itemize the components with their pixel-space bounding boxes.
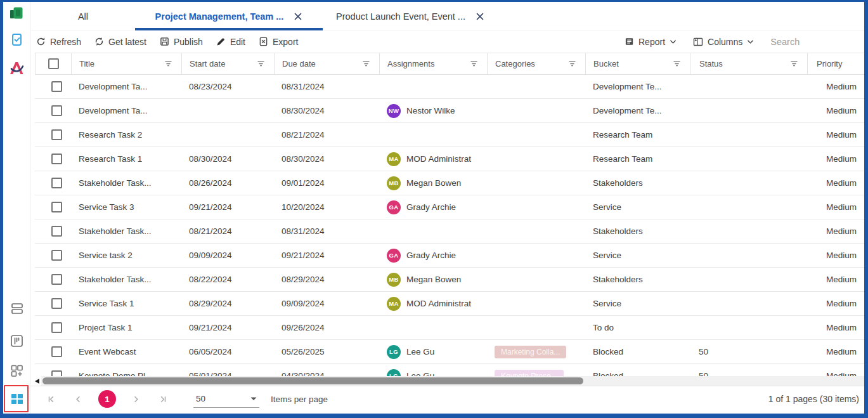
- current-page-button[interactable]: 1: [98, 390, 116, 408]
- column-header-assignments[interactable]: Assignments: [379, 53, 487, 74]
- next-page-button[interactable]: [131, 395, 141, 404]
- page-size-select[interactable]: 50: [193, 390, 259, 408]
- scroll-left-arrow-icon[interactable]: [35, 379, 39, 384]
- cell-priority: Medium: [807, 82, 864, 91]
- toolbar-button-refresh[interactable]: Refresh: [36, 37, 81, 47]
- column-header-due-date[interactable]: Due date: [274, 53, 379, 74]
- assignee-avatar: LG: [387, 345, 401, 359]
- filter-icon[interactable]: [164, 60, 172, 67]
- tab-product-launch-event-event[interactable]: Product Launch Event, Event ...: [329, 2, 491, 30]
- cell-priority: Medium: [807, 130, 864, 140]
- add-view-icon[interactable]: [3, 364, 30, 377]
- table-row[interactable]: Stakeholder Task...08/26/202409/01/2024M…: [35, 171, 864, 195]
- tab-project-management-team[interactable]: Project Management, Team ...: [135, 2, 323, 30]
- row-checkbox[interactable]: [51, 274, 62, 285]
- row-checkbox[interactable]: [51, 129, 62, 140]
- column-header-label: Status: [699, 59, 790, 69]
- tab-close-icon[interactable]: [476, 12, 484, 21]
- table-row[interactable]: Service Task 309/21/202410/20/2024GAGrad…: [35, 195, 864, 219]
- row-checkbox[interactable]: [51, 250, 62, 261]
- filter-icon[interactable]: [568, 60, 576, 67]
- toolbar-button-export[interactable]: Export: [259, 37, 298, 47]
- row-checkbox[interactable]: [51, 153, 62, 164]
- cell-priority: Medium: [807, 202, 864, 212]
- row-checkbox[interactable]: [51, 346, 62, 357]
- column-header-label: Bucket: [593, 59, 673, 69]
- row-checkbox[interactable]: [51, 298, 62, 309]
- tasks-app-icon[interactable]: [3, 33, 30, 46]
- row-checkbox-cell: [35, 226, 71, 237]
- cell-title: Research Task 2: [71, 130, 181, 140]
- row-checkbox[interactable]: [51, 370, 62, 376]
- select-all-checkbox[interactable]: [48, 58, 59, 69]
- cell-bucket: Research Team: [585, 130, 690, 140]
- toolbar-button-get-latest[interactable]: Get latest: [94, 37, 146, 47]
- filter-icon[interactable]: [362, 60, 370, 67]
- rows-view-icon[interactable]: [3, 303, 30, 315]
- table-row[interactable]: Research Task 208/21/2024Research TeamMe…: [35, 123, 864, 147]
- table-row[interactable]: Development Ta...08/30/2024NWNestor Wilk…: [35, 99, 864, 123]
- cell-bucket: Blocked: [585, 371, 690, 376]
- table-row[interactable]: Development Ta...08/23/202408/31/2024Dev…: [35, 75, 864, 99]
- page-summary: 1 of 1 pages (30 items): [768, 394, 859, 404]
- row-checkbox[interactable]: [51, 105, 62, 116]
- column-header-start-date[interactable]: Start date: [181, 53, 274, 74]
- row-checkbox[interactable]: [51, 81, 62, 92]
- table-row[interactable]: Keynote Demo Pl...05/01/202404/30/2024LG…: [35, 364, 864, 376]
- table-row[interactable]: Service task 209/09/202409/21/2024GAGrad…: [35, 244, 864, 268]
- table-row[interactable]: Project Task 109/21/202409/26/2024To doM…: [35, 316, 864, 340]
- column-header-categories[interactable]: Categories: [487, 53, 585, 74]
- table-row[interactable]: Stakeholder Task...08/22/202408/29/2024M…: [35, 268, 864, 292]
- cell-title: Keynote Demo Pl...: [71, 371, 181, 376]
- cell-bucket: To do: [585, 323, 690, 332]
- row-checkbox[interactable]: [51, 178, 62, 188]
- grid-body: Development Ta...08/23/202408/31/2024Dev…: [35, 75, 864, 376]
- filter-icon[interactable]: [470, 60, 478, 67]
- toolbar-left-group: RefreshGet latestPublishEditExport: [36, 30, 298, 53]
- planner-logo[interactable]: [3, 6, 30, 21]
- column-header-priority[interactable]: Priority: [807, 53, 864, 74]
- cell-categories: Keynote Prese...: [487, 370, 585, 377]
- row-checkbox[interactable]: [51, 202, 62, 212]
- cell-bucket: Stakeholders: [585, 178, 690, 188]
- row-checkbox[interactable]: [51, 226, 62, 237]
- column-header-bucket[interactable]: Bucket: [585, 53, 690, 74]
- table-row[interactable]: Service Task 108/29/202409/09/2024MAMOD …: [35, 292, 864, 316]
- table-row[interactable]: Event Webcast06/05/202405/26/2025LGLee G…: [35, 340, 864, 364]
- apps4pro-logo[interactable]: [3, 60, 30, 76]
- cell-due-date: 08/30/2024: [274, 106, 379, 115]
- filter-icon[interactable]: [257, 60, 265, 67]
- cell-status: 50: [690, 347, 807, 356]
- cell-start-date: 08/23/2024: [181, 82, 274, 91]
- first-page-button[interactable]: [46, 395, 56, 404]
- cell-start-date: 06/05/2024: [181, 347, 274, 356]
- filter-icon[interactable]: [673, 60, 681, 67]
- toolbar-menu-columns[interactable]: Columns: [693, 37, 754, 47]
- previous-page-button[interactable]: [74, 395, 83, 404]
- cell-categories: Marketing Colla...: [487, 346, 585, 358]
- toolbar-button-edit[interactable]: Edit: [216, 37, 245, 47]
- table-row[interactable]: Research Task 108/30/202408/30/2024MAMOD…: [35, 147, 864, 171]
- cell-assignments: LGLee Gu: [379, 345, 487, 359]
- chevron-down-icon: [747, 39, 754, 44]
- row-checkbox[interactable]: [51, 322, 62, 333]
- toolbar-button-publish[interactable]: Publish: [160, 37, 203, 47]
- cell-title: Development Ta...: [71, 82, 181, 91]
- column-header-title[interactable]: Title: [71, 53, 181, 74]
- cell-due-date: 08/31/2024: [274, 82, 379, 91]
- column-header-status[interactable]: Status: [690, 53, 807, 74]
- scrollbar-thumb[interactable]: [42, 377, 583, 384]
- last-page-button[interactable]: [159, 395, 168, 404]
- toolbar-menu-report[interactable]: Report: [625, 37, 677, 47]
- board-view-icon[interactable]: [3, 334, 30, 348]
- table-row[interactable]: Stakeholder Task...08/21/202408/31/2024S…: [35, 219, 864, 244]
- cell-due-date: 09/01/2024: [274, 178, 379, 188]
- sync-icon: [94, 37, 104, 46]
- tab-all[interactable]: All: [64, 2, 102, 30]
- cell-status: 50: [690, 371, 807, 376]
- cell-priority: Medium: [807, 299, 864, 308]
- toolbar-menu-label: Report: [638, 37, 665, 47]
- filter-icon[interactable]: [790, 60, 798, 67]
- search-input[interactable]: [770, 37, 865, 47]
- tab-close-icon[interactable]: [294, 12, 302, 21]
